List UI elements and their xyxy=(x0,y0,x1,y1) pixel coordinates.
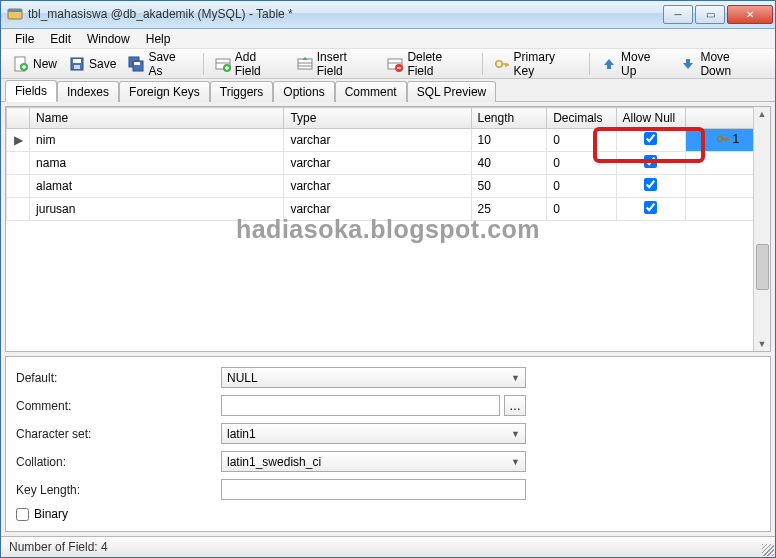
key-icon xyxy=(716,133,730,145)
charset-combobox[interactable]: latin1▼ xyxy=(221,423,526,444)
scroll-thumb[interactable] xyxy=(756,244,769,290)
tab-sql-preview[interactable]: SQL Preview xyxy=(407,81,497,102)
grid-header-row: Name Type Length Decimals Allow Null xyxy=(7,108,770,129)
saveas-button[interactable]: Save As xyxy=(122,47,197,81)
moveup-button[interactable]: Move Up xyxy=(595,47,674,81)
cell-decimals[interactable]: 0 xyxy=(547,152,616,175)
new-button[interactable]: New xyxy=(7,53,63,75)
movedown-icon xyxy=(680,56,696,72)
minimize-button[interactable]: ─ xyxy=(663,5,693,24)
saveas-icon xyxy=(128,56,144,72)
dropdown-icon: ▼ xyxy=(511,457,520,467)
resize-grip-icon[interactable] xyxy=(762,544,774,556)
menu-window[interactable]: Window xyxy=(79,30,138,48)
allow-null-checkbox[interactable] xyxy=(644,155,657,168)
addfield-icon xyxy=(215,56,231,72)
field-grid[interactable]: Name Type Length Decimals Allow Null ▶ n… xyxy=(6,107,770,221)
menu-edit[interactable]: Edit xyxy=(42,30,79,48)
watermark-text: hadiasoka.blogspot.com xyxy=(236,215,540,244)
cell-type[interactable]: varchar xyxy=(284,152,471,175)
field-grid-area: Name Type Length Decimals Allow Null ▶ n… xyxy=(5,106,771,352)
col-type[interactable]: Type xyxy=(284,108,471,129)
moveup-icon xyxy=(601,56,617,72)
row-charset: Character set: latin1▼ xyxy=(16,423,760,444)
cell-allow-null[interactable] xyxy=(616,129,685,152)
default-combobox[interactable]: NULL▼ xyxy=(221,367,526,388)
cell-allow-null[interactable] xyxy=(616,198,685,221)
tab-options[interactable]: Options xyxy=(273,81,334,102)
vertical-scrollbar[interactable]: ▲ ▼ xyxy=(753,107,770,351)
titlebar: tbl_mahasiswa @db_akademik (MySQL) - Tab… xyxy=(1,1,775,29)
cell-decimals[interactable]: 0 xyxy=(547,175,616,198)
dropdown-icon: ▼ xyxy=(511,429,520,439)
dropdown-icon: ▼ xyxy=(511,373,520,383)
window-title: tbl_mahasiswa @db_akademik (MySQL) - Tab… xyxy=(28,7,661,21)
table-row[interactable]: ▶ nim varchar 10 0 1 xyxy=(7,129,770,152)
cell-type[interactable]: varchar xyxy=(284,175,471,198)
svg-point-21 xyxy=(717,137,722,142)
comment-more-button[interactable]: … xyxy=(504,395,526,416)
toolbar-separator xyxy=(482,53,483,75)
toolbar-separator xyxy=(589,53,590,75)
toolbar: New Save Save As Add Field Insert Field … xyxy=(1,49,775,79)
cell-decimals[interactable]: 0 xyxy=(547,198,616,221)
save-button[interactable]: Save xyxy=(63,53,122,75)
new-icon xyxy=(13,56,29,72)
collation-combobox[interactable]: latin1_swedish_ci▼ xyxy=(221,451,526,472)
binary-label: Binary xyxy=(34,507,68,521)
insertfield-button[interactable]: Insert Field xyxy=(291,47,382,81)
svg-rect-5 xyxy=(73,59,81,63)
col-allow-null[interactable]: Allow Null xyxy=(616,108,685,129)
app-icon xyxy=(7,6,23,22)
maximize-button[interactable]: ▭ xyxy=(695,5,725,24)
insertfield-icon xyxy=(297,56,313,72)
col-length[interactable]: Length xyxy=(471,108,547,129)
cell-name[interactable]: alamat xyxy=(30,175,284,198)
tab-foreign-keys[interactable]: Foreign Keys xyxy=(119,81,210,102)
movedown-button[interactable]: Move Down xyxy=(674,47,769,81)
cell-name[interactable]: nama xyxy=(30,152,284,175)
scroll-up-icon[interactable]: ▲ xyxy=(758,109,767,119)
svg-rect-6 xyxy=(74,65,80,69)
cell-type[interactable]: varchar xyxy=(284,129,471,152)
cell-length[interactable]: 40 xyxy=(471,152,547,175)
col-decimals[interactable]: Decimals xyxy=(547,108,616,129)
charset-label: Character set: xyxy=(16,427,221,441)
col-name[interactable]: Name xyxy=(30,108,284,129)
svg-rect-1 xyxy=(8,9,22,12)
binary-checkbox[interactable] xyxy=(16,508,29,521)
collation-label: Collation: xyxy=(16,455,221,469)
svg-rect-9 xyxy=(134,62,140,65)
addfield-button[interactable]: Add Field xyxy=(209,47,291,81)
table-row[interactable]: alamat varchar 50 0 xyxy=(7,175,770,198)
tab-comment[interactable]: Comment xyxy=(335,81,407,102)
allow-null-checkbox[interactable] xyxy=(644,201,657,214)
deletefield-button[interactable]: Delete Field xyxy=(381,47,476,81)
cell-length[interactable]: 10 xyxy=(471,129,547,152)
cell-allow-null[interactable] xyxy=(616,175,685,198)
toolbar-separator xyxy=(203,53,204,75)
keylength-input[interactable] xyxy=(221,479,526,500)
row-collation: Collation: latin1_swedish_ci▼ xyxy=(16,451,760,472)
row-binary: Binary xyxy=(16,507,760,521)
allow-null-checkbox[interactable] xyxy=(644,132,657,145)
svg-rect-13 xyxy=(298,59,312,69)
deletefield-icon xyxy=(387,56,403,72)
svg-point-20 xyxy=(495,61,501,67)
tab-fields[interactable]: Fields xyxy=(5,80,57,102)
comment-input[interactable] xyxy=(221,395,500,416)
close-button[interactable]: ✕ xyxy=(727,5,773,24)
menu-help[interactable]: Help xyxy=(138,30,179,48)
allow-null-checkbox[interactable] xyxy=(644,178,657,191)
tab-triggers[interactable]: Triggers xyxy=(210,81,274,102)
cell-decimals[interactable]: 0 xyxy=(547,129,616,152)
table-row[interactable]: nama varchar 40 0 xyxy=(7,152,770,175)
tab-indexes[interactable]: Indexes xyxy=(57,81,119,102)
statusbar: Number of Field: 4 xyxy=(1,536,775,557)
cell-allow-null[interactable] xyxy=(616,152,685,175)
primarykey-button[interactable]: Primary Key xyxy=(488,47,585,81)
menu-file[interactable]: File xyxy=(7,30,42,48)
scroll-down-icon[interactable]: ▼ xyxy=(758,339,767,349)
cell-name[interactable]: nim xyxy=(30,129,284,152)
cell-length[interactable]: 50 xyxy=(471,175,547,198)
